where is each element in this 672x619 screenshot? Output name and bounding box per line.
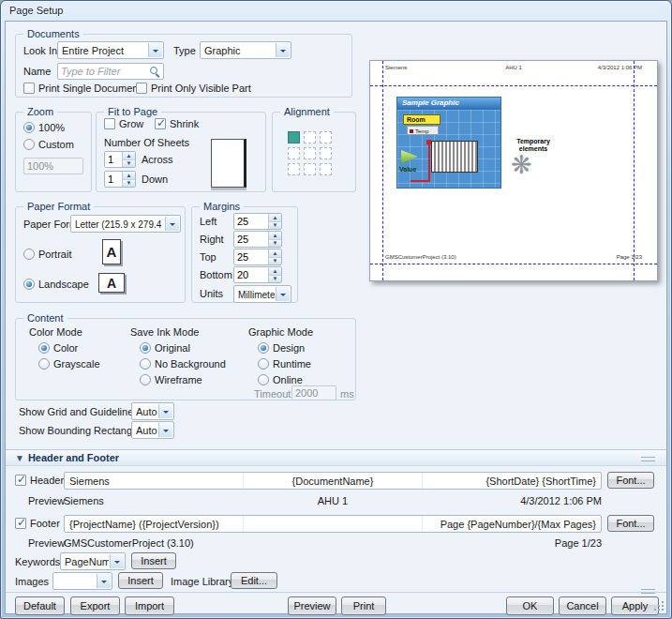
spinner-up-icon[interactable]: ▲	[268, 232, 281, 240]
footer-center-text[interactable]	[243, 516, 422, 532]
header-font-button[interactable]: Font...	[607, 472, 654, 489]
spinner-down-icon[interactable]: ▼	[268, 222, 281, 230]
radio-dot	[38, 342, 50, 354]
print-single-documents-checkbox[interactable]: Print Single Documents	[23, 83, 146, 94]
spinner-down-icon[interactable]: ▼	[268, 240, 281, 248]
original-radio[interactable]: Original	[140, 342, 190, 354]
grayscale-radio[interactable]: Grayscale	[38, 358, 100, 370]
sheets-down-spinner[interactable]: ▲▼	[104, 171, 136, 188]
sheets-across-spinner[interactable]: ▲▼	[104, 151, 136, 168]
portrait-radio[interactable]: Portrait	[23, 249, 71, 260]
margin-bottom-label: Bottom	[200, 269, 232, 280]
no-background-radio[interactable]: No Background	[140, 358, 226, 370]
ok-button[interactable]: OK	[506, 596, 554, 615]
images-insert-button[interactable]: Insert	[118, 572, 163, 589]
grow-checkbox[interactable]: Grow	[104, 118, 143, 129]
spinner-up-icon[interactable]: ▲	[268, 267, 281, 276]
margin-bottom-spinner[interactable]: ▲▼	[233, 266, 282, 283]
spinner-up-icon[interactable]: ▲	[122, 152, 135, 160]
landscape-radio[interactable]: Landscape	[23, 279, 89, 290]
shrink-checkbox[interactable]: Shrink	[155, 118, 199, 129]
alignment-cell[interactable]	[288, 131, 300, 143]
spinner-down-icon[interactable]: ▼	[268, 258, 281, 265]
print-button[interactable]: Print	[341, 596, 386, 615]
footer-preview-label: Preview	[28, 537, 65, 549]
margin-right-spinner[interactable]: ▲▼	[233, 231, 282, 248]
spinner-buttons[interactable]: ▲▼	[122, 152, 135, 167]
show-bounding-select[interactable]: Auto	[131, 421, 174, 439]
runtime-radio[interactable]: Runtime	[258, 358, 311, 370]
header-checkbox[interactable]: Header	[15, 475, 64, 486]
alignment-cell[interactable]	[320, 131, 332, 143]
alignment-cell[interactable]	[304, 131, 316, 143]
default-button-label: Default	[23, 600, 56, 611]
portrait-label: Portrait	[38, 249, 71, 260]
spinner-buttons[interactable]: ▲▼	[122, 172, 135, 187]
zoom-custom-radio[interactable]: Custom	[23, 139, 74, 150]
zoom-custom-input[interactable]	[24, 159, 82, 174]
alignment-cell[interactable]	[320, 163, 332, 175]
apply-button[interactable]: Apply	[611, 596, 659, 615]
show-grid-select[interactable]: Auto	[131, 402, 174, 420]
name-filter-input[interactable]	[58, 64, 163, 79]
spinner-down-icon[interactable]: ▼	[122, 160, 135, 168]
default-button[interactable]: Default	[15, 596, 65, 615]
margin-left-spinner[interactable]: ▲▼	[233, 213, 282, 230]
export-button[interactable]: Export	[70, 596, 120, 615]
spinner-up-icon[interactable]: ▲	[122, 172, 135, 180]
alignment-cell[interactable]	[288, 147, 300, 159]
spinner-down-icon[interactable]: ▼	[122, 180, 135, 188]
keywords-select[interactable]: PageNumber	[60, 552, 126, 570]
timeout-field	[291, 385, 336, 400]
color-label: Color	[53, 342, 78, 354]
header-left-text[interactable]: Siemens	[65, 473, 243, 489]
color-radio[interactable]: Color	[38, 342, 78, 354]
dialog-body: Documents Look In Entire Project Type Gr…	[5, 21, 667, 614]
spinner-buttons[interactable]: ▲▼	[268, 267, 281, 282]
margin-top-spinner[interactable]: ▲▼	[233, 249, 282, 265]
header-center-text[interactable]: {DocumentName}	[243, 473, 422, 489]
footer-font-button[interactable]: Font...	[607, 515, 654, 532]
header-right-text[interactable]: {ShortDate} {ShortTime}	[422, 473, 601, 489]
spinner-buttons[interactable]: ▲▼	[268, 232, 281, 247]
online-radio[interactable]: Online	[258, 374, 303, 385]
type-select[interactable]: Graphic	[200, 41, 291, 59]
images-select[interactable]	[52, 572, 112, 590]
spinner-buttons[interactable]: ▲▼	[268, 249, 281, 264]
section-grip[interactable]	[641, 457, 655, 461]
spinner-up-icon[interactable]: ▲	[268, 214, 281, 222]
show-bounding-value: Auto	[136, 425, 157, 436]
preview-button[interactable]: Preview	[288, 596, 336, 615]
alignment-cell[interactable]	[288, 163, 300, 175]
footer-left-text[interactable]: {ProjectName} ({ProjectVersion})	[65, 516, 243, 532]
resize-grip[interactable]	[653, 600, 664, 611]
zoom-100-radio[interactable]: 100%	[23, 122, 65, 133]
print-only-visible-checkbox[interactable]: Print Only Visible Part	[136, 83, 251, 94]
import-button[interactable]: Import	[125, 596, 174, 615]
footer-right-text[interactable]: Page {PageNumber}/{Max Pages}	[422, 516, 601, 532]
units-select[interactable]: Millimeters	[233, 285, 291, 303]
search-icon[interactable]	[150, 67, 160, 77]
radio-dot	[258, 342, 269, 354]
cancel-button[interactable]: Cancel	[559, 596, 606, 615]
paper-form-select[interactable]: Letter (215.9 x 279.4 mm)	[70, 215, 181, 233]
alignment-cell[interactable]	[304, 163, 316, 175]
footer-text-field[interactable]: {ProjectName} ({ProjectVersion}) Page {P…	[64, 515, 602, 533]
keywords-insert-button[interactable]: Insert	[131, 552, 176, 569]
wireframe-radio[interactable]: Wireframe	[140, 374, 202, 385]
alignment-cell[interactable]	[320, 147, 332, 159]
spinner-down-icon[interactable]: ▼	[268, 276, 281, 283]
look-in-select[interactable]: Entire Project	[57, 41, 164, 59]
bottom-grip[interactable]	[641, 589, 655, 594]
title-bar[interactable]: Page Setup	[1, 1, 671, 21]
image-library-edit-button[interactable]: Edit...	[231, 572, 277, 589]
design-radio[interactable]: Design	[258, 342, 305, 354]
spinner-buttons[interactable]: ▲▼	[268, 214, 281, 229]
footer-checkbox[interactable]: Footer	[15, 518, 60, 529]
header-and-footer-section-toggle[interactable]: ▼Header and Footer	[6, 449, 666, 466]
timeout-input[interactable]	[292, 386, 336, 400]
footer-font-button-label: Font...	[616, 518, 645, 529]
spinner-up-icon[interactable]: ▲	[268, 249, 281, 258]
header-text-field[interactable]: Siemens {DocumentName} {ShortDate} {Shor…	[64, 472, 602, 490]
alignment-cell[interactable]	[304, 147, 316, 159]
